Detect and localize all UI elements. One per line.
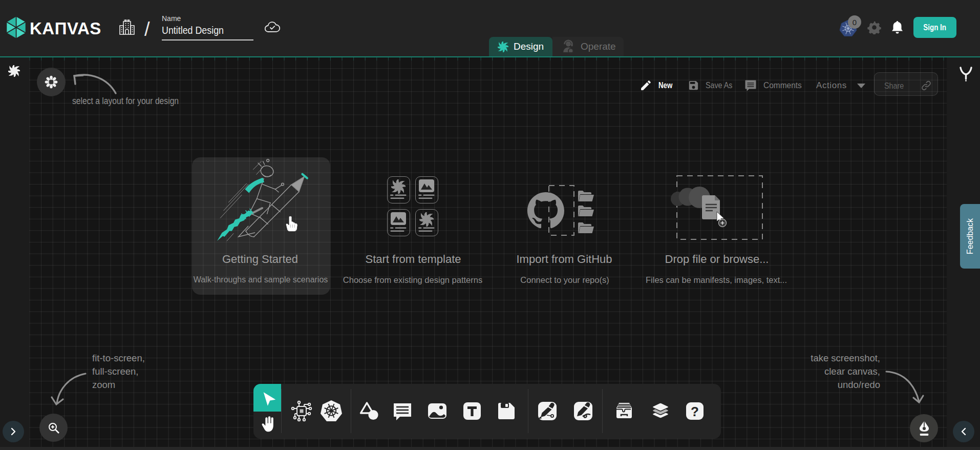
svg-text:?: ? (691, 404, 699, 419)
